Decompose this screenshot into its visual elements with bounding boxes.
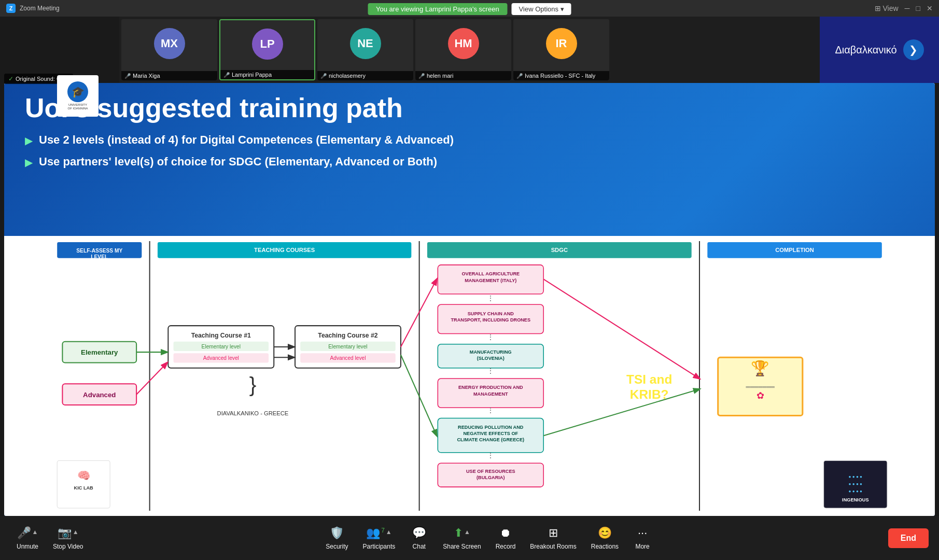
view-options-label: View Options — [519, 5, 558, 13]
svg-text:✿: ✿ — [756, 390, 764, 401]
window-title: Zoom Meeting — [20, 5, 60, 12]
participant-thumb-2[interactable]: LP 🎤 Lamprini Pappa — [219, 19, 315, 80]
security-label: Security — [326, 543, 348, 550]
svg-text:Advanced level: Advanced level — [203, 355, 239, 361]
uni-logo-icon: 🎓 — [67, 81, 88, 102]
presentation-area: UoI's suggested training path ▶ Use 2 le… — [4, 83, 935, 516]
maximize-button[interactable]: □ — [916, 4, 920, 12]
titlebar: Z Zoom Meeting You are viewing Lamprini … — [0, 0, 939, 17]
chat-label: Chat — [413, 543, 426, 550]
more-label: More — [635, 543, 649, 550]
university-logo: 🎓 UNIVERSITYOF IOANNINA — [57, 75, 99, 117]
view-button[interactable]: ⊞ View — [875, 4, 899, 12]
participants-count: 7 — [381, 527, 385, 534]
svg-line-31 — [136, 363, 167, 395]
svg-text:MANUFACTURING: MANUFACTURING — [470, 349, 512, 355]
svg-text:SELF-ASSESS MY: SELF-ASSESS MY — [76, 248, 122, 254]
reactions-button[interactable]: 😊 Reactions — [585, 522, 625, 554]
svg-text:TRANSPORT, INCLUDING DRONES: TRANSPORT, INCLUDING DRONES — [451, 317, 530, 323]
svg-rect-68 — [57, 460, 110, 508]
breakout-rooms-button[interactable]: ⊞ Breakout Rooms — [524, 522, 582, 554]
screen-share-indicator: You are viewing Lamprini Pappa's screen — [368, 3, 508, 15]
arrow-right-icon: ❯ — [909, 44, 918, 56]
security-button[interactable]: 🛡️ Security — [319, 522, 354, 554]
unmute-button[interactable]: 🎤 ▲ Unmute — [10, 522, 45, 554]
minimize-button[interactable]: ─ — [905, 4, 910, 12]
slide: UoI's suggested training path ▶ Use 2 le… — [4, 83, 935, 516]
participant-name-3: 🎤 nicholasemery — [317, 71, 413, 80]
breakout-icon: ⊞ — [549, 526, 558, 540]
svg-text:● ● ● ●: ● ● ● ● — [849, 482, 863, 486]
svg-text:⋮: ⋮ — [487, 406, 494, 414]
stop-video-button[interactable]: 📷 ▲ Stop Video — [47, 522, 90, 554]
svg-text:⋮: ⋮ — [487, 294, 494, 302]
record-label: Record — [496, 543, 516, 550]
close-button[interactable]: ✕ — [927, 4, 933, 12]
participant-thumb-4[interactable]: HM 🎤 helen mari — [415, 19, 511, 80]
end-meeting-button[interactable]: End — [888, 528, 929, 548]
participant-thumb-5[interactable]: IR 🎤 Ivana Russiello - SFC - Italy — [513, 19, 609, 80]
participant-name-1: 🎤 Maria Xiga — [121, 71, 217, 80]
svg-text:🧠: 🧠 — [77, 469, 91, 482]
participant-name-4: 🎤 helen mari — [415, 71, 511, 80]
svg-text:ENERGY PRODUCTION AND: ENERGY PRODUCTION AND — [458, 385, 523, 390]
more-icon: ··· — [638, 526, 647, 540]
svg-text:MANAGEMENT: MANAGEMENT — [473, 391, 508, 397]
view-options-button[interactable]: View Options ▾ — [512, 3, 571, 15]
svg-text:═══════: ═══════ — [746, 384, 775, 390]
svg-text:(BULGARIA): (BULGARIA) — [476, 475, 504, 480]
svg-text:}: } — [249, 373, 257, 397]
svg-text:⋮: ⋮ — [487, 333, 494, 341]
bullet-arrow-icon: ▶ — [25, 134, 33, 147]
right-panel-title: Διαβαλκανικό — [835, 44, 896, 56]
participant-thumb-3[interactable]: NE 🎤 nicholasemery — [317, 19, 413, 80]
zoom-logo: Z — [6, 4, 16, 13]
bullet-2: ▶ Use partners' level(s) of choice for S… — [25, 155, 914, 169]
right-panel-nav-button[interactable]: ❯ — [903, 39, 924, 60]
participant-name-5: 🎤 Ivana Russiello - SFC - Italy — [513, 71, 609, 80]
bullet-text-1: Use 2 levels (instead of 4) for Digital … — [39, 133, 454, 147]
svg-text:⋮: ⋮ — [487, 367, 494, 375]
unmute-label: Unmute — [17, 543, 38, 550]
breakout-label: Breakout Rooms — [530, 543, 576, 550]
bullet-arrow-icon-2: ▶ — [25, 156, 33, 169]
participants-chevron[interactable]: ▲ — [386, 528, 392, 536]
bullet-1: ▶ Use 2 levels (instead of 4) for Digita… — [25, 133, 914, 147]
unmute-chevron[interactable]: ▲ — [32, 528, 38, 536]
svg-text:Elementary level: Elementary level — [202, 344, 241, 349]
svg-text:USE OF RESOURCES: USE OF RESOURCES — [466, 469, 515, 474]
svg-text:SUPPLY CHAIN AND: SUPPLY CHAIN AND — [468, 311, 514, 316]
video-chevron[interactable]: ▲ — [73, 528, 79, 536]
svg-text:LEVEL: LEVEL — [91, 254, 108, 260]
svg-text:Elementary level: Elementary level — [328, 344, 367, 349]
chat-button[interactable]: 💬 Chat — [403, 522, 435, 554]
record-button[interactable]: ⏺ Record — [489, 522, 522, 554]
uni-logo-text: UNIVERSITYOF IOANNINA — [67, 103, 88, 110]
bullet-text-2: Use partners' level(s) of choice for SDG… — [39, 155, 437, 169]
svg-text:INGENIOUS: INGENIOUS — [842, 497, 868, 502]
svg-text:KRIB?: KRIB? — [630, 387, 669, 401]
participant-thumb-1[interactable]: MX 🎤 Maria Xiga — [121, 19, 217, 80]
share-screen-chevron[interactable]: ▲ — [464, 528, 470, 536]
share-screen-icon: ⬆ — [454, 526, 463, 540]
svg-text:SDGC: SDGC — [551, 247, 568, 253]
participant-name-2: 🎤 Lamprini Pappa — [220, 70, 314, 79]
toolbar: 🎤 ▲ Unmute 📷 ▲ Stop Video 🛡️ Security 👥 … — [0, 516, 939, 560]
svg-text:Advanced level: Advanced level — [330, 355, 366, 361]
stop-video-label: Stop Video — [53, 543, 83, 550]
participants-button[interactable]: 👥 7 ▲ Participants — [357, 522, 402, 554]
svg-text:Elementary: Elementary — [81, 348, 118, 356]
toolbar-center: 🛡️ Security 👥 7 ▲ Participants 💬 Chat ⬆ … — [90, 522, 888, 554]
participants-bar: MX 🎤 Maria Xiga LP 🎤 Lamprini Pappa NE 🎤… — [119, 17, 939, 83]
titlebar-left: Z Zoom Meeting — [6, 4, 60, 13]
chevron-down-icon: ▾ — [560, 5, 564, 13]
security-icon: 🛡️ — [330, 526, 344, 540]
mic-muted-icon: 🎤 — [516, 73, 523, 79]
svg-text:COMPLETION: COMPLETION — [775, 247, 814, 253]
window-controls: ⊞ View ─ □ ✕ — [875, 4, 933, 12]
svg-text:(SLOVENIA): (SLOVENIA) — [477, 356, 504, 361]
mic-muted-icon: 🎤 — [418, 73, 425, 79]
mic-off-icon: 🎤 — [17, 526, 31, 540]
share-screen-button[interactable]: ⬆ ▲ Share Screen — [437, 522, 487, 554]
more-button[interactable]: ··· More — [627, 522, 658, 554]
